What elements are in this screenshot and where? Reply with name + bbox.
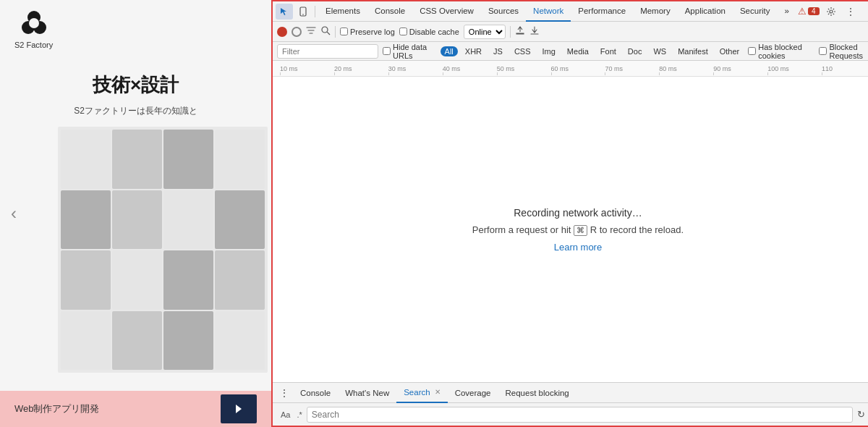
cmd-key: ⌘ — [574, 225, 587, 236]
perform-text: Perform a request or hit ⌘ R to record t… — [472, 224, 684, 236]
filter-pill-img[interactable]: Img — [538, 46, 560, 56]
devtools-drawer: ⋮ Console What's New Search ✕ Coverage R… — [273, 382, 868, 426]
use-regex-button[interactable]: .* — [297, 410, 302, 419]
filter-pill-font[interactable]: Font — [596, 46, 621, 56]
hide-data-urls-checkbox[interactable]: Hide data URLs — [383, 43, 436, 60]
tab-css-overview[interactable]: CSS Overview — [412, 1, 481, 22]
filter-pill-css[interactable]: CSS — [510, 46, 535, 56]
filter-toggle-button[interactable] — [306, 25, 316, 38]
separator — [510, 26, 511, 38]
disable-cache-checkbox[interactable]: Disable cache — [399, 28, 459, 36]
cursor-icon — [279, 7, 289, 17]
network-toolbar: Preserve log Disable cache Online — [273, 22, 868, 42]
tab-performance[interactable]: Performance — [571, 1, 633, 22]
product-cell — [112, 250, 162, 310]
site-logo: S2 Factory — [14, 7, 53, 49]
drawer-tab-whats-new[interactable]: What's New — [338, 383, 396, 403]
product-cell — [61, 311, 111, 371]
search-toggle-button[interactable] — [320, 25, 331, 38]
tab-security[interactable]: Security — [733, 1, 778, 22]
drawer-more-button[interactable]: ⋮ — [276, 385, 293, 401]
filter-pill-ws[interactable]: WS — [649, 46, 671, 56]
export-button[interactable] — [529, 25, 540, 38]
tab-network[interactable]: Network — [526, 1, 571, 22]
drawer-search-input[interactable] — [307, 407, 853, 423]
clear-button[interactable] — [292, 27, 302, 37]
filter-icon — [306, 25, 316, 35]
arrow-right-icon — [231, 402, 246, 416]
blocked-requests-input[interactable] — [819, 47, 827, 55]
import-button[interactable] — [515, 25, 525, 38]
timeline-ruler: 10 ms 20 ms 30 ms 40 ms 50 ms 60 ms 70 m… — [273, 61, 868, 77]
product-cell — [163, 311, 213, 371]
drawer-tab-coverage[interactable]: Coverage — [448, 383, 498, 403]
product-cell — [61, 190, 111, 250]
product-cell — [163, 250, 213, 310]
ruler-tick: 80 ms — [659, 65, 713, 72]
hero-section: 技術×設計 S2ファクトリーは長年の知識と — [0, 0, 271, 427]
tab-application[interactable]: Application — [678, 1, 733, 22]
device-toolbar-button[interactable] — [294, 4, 312, 20]
blocked-requests-checkbox[interactable]: Blocked Requests — [819, 43, 868, 60]
preserve-log-checkbox[interactable]: Preserve log — [340, 28, 395, 36]
bottom-bar-button[interactable] — [221, 394, 257, 423]
close-search-tab-button[interactable]: ✕ — [435, 388, 441, 396]
drawer-tab-request-blocking[interactable]: Request blocking — [498, 383, 576, 403]
filter-pill-other[interactable]: Other — [715, 46, 744, 56]
ruler-tick: 50 ms — [497, 65, 551, 72]
has-blocked-cookies-checkbox[interactable]: Has blocked cookies — [748, 43, 814, 60]
tab-elements[interactable]: Elements — [318, 1, 367, 22]
ruler-ticks: 10 ms 20 ms 30 ms 40 ms 50 ms 60 ms 70 m… — [273, 65, 868, 72]
filter-input[interactable] — [277, 44, 378, 59]
product-cell — [112, 311, 162, 371]
more-options-button[interactable]: ⋮ — [843, 4, 860, 20]
hide-data-urls-input[interactable] — [383, 47, 391, 55]
tab-more[interactable]: » — [777, 1, 796, 22]
drawer-tab-search-label: Search — [404, 388, 430, 397]
ruler-tick: 70 ms — [605, 65, 659, 72]
error-icon: ⚠ — [798, 6, 807, 17]
logo-icon — [18, 7, 50, 39]
separator — [315, 6, 315, 17]
devtools-right-controls: ⚠ 4 ⋮ ✕ — [798, 4, 868, 20]
tab-console[interactable]: Console — [367, 1, 412, 22]
devtools-panel: Elements Console CSS Overview Sources Ne… — [271, 0, 868, 427]
inspect-element-button[interactable] — [276, 4, 293, 20]
preserve-log-label: Preserve log — [350, 28, 395, 36]
ruler-tick: 100 ms — [767, 65, 822, 72]
filter-pill-js[interactable]: JS — [489, 46, 507, 56]
close-devtools-button[interactable]: ✕ — [863, 4, 868, 20]
drawer-tab-search[interactable]: Search ✕ — [396, 383, 447, 403]
blocked-requests-label: Blocked Requests — [829, 43, 868, 60]
filter-pill-manifest[interactable]: Manifest — [673, 46, 712, 56]
product-cell — [215, 250, 265, 310]
record-button[interactable] — [277, 27, 287, 37]
product-cell — [61, 250, 111, 310]
filter-pill-doc[interactable]: Doc — [624, 46, 647, 56]
settings-button[interactable] — [822, 4, 840, 20]
filter-pill-media[interactable]: Media — [563, 46, 593, 56]
preserve-log-input[interactable] — [340, 28, 348, 35]
tab-memory[interactable]: Memory — [633, 1, 678, 22]
has-blocked-cookies-input[interactable] — [748, 47, 756, 55]
match-case-button[interactable]: Aa — [278, 410, 292, 420]
svg-point-3 — [29, 18, 39, 28]
key-r: R — [590, 224, 597, 235]
filter-pill-xhr[interactable]: XHR — [461, 46, 486, 56]
bottom-bar: Web制作アプリ開発 — [0, 391, 271, 427]
drawer-tab-console[interactable]: Console — [293, 383, 338, 403]
hero-title: 技術×設計 — [0, 72, 271, 98]
close-drawer-button[interactable]: ✕ — [864, 385, 868, 401]
filter-pills: All XHR JS CSS Img Media Font Doc WS Man… — [441, 46, 744, 56]
filter-pill-all[interactable]: All — [441, 46, 458, 56]
drawer-tab-whats-new-label: What's New — [345, 389, 389, 397]
learn-more-link[interactable]: Learn more — [554, 242, 602, 253]
tab-sources[interactable]: Sources — [481, 1, 526, 22]
ruler-tick: 20 ms — [334, 65, 388, 72]
devtools-top-bar: Elements Console CSS Overview Sources Ne… — [273, 1, 868, 22]
throttle-select[interactable]: Online — [464, 25, 506, 39]
disable-cache-input[interactable] — [399, 28, 407, 35]
refresh-search-button[interactable]: ↻ — [857, 409, 865, 420]
prev-arrow[interactable]: ‹ — [11, 203, 17, 224]
svg-point-7 — [830, 10, 833, 13]
